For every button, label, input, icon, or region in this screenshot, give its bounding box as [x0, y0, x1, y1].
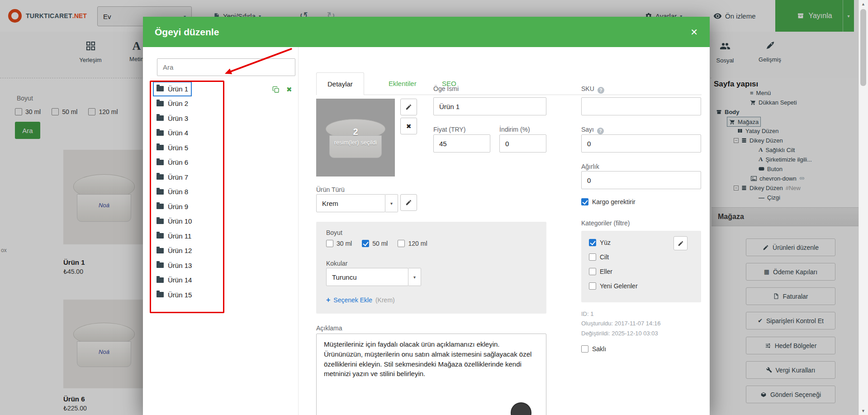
- checkbox[interactable]: [581, 345, 588, 353]
- scrollbar-thumb[interactable]: [860, 9, 866, 86]
- jar-body: [329, 135, 382, 158]
- delete-item-icon[interactable]: ✖: [286, 86, 292, 94]
- plus-icon: +: [326, 296, 330, 304]
- category-option[interactable]: Cilt: [589, 253, 609, 261]
- categories-label: Kategoriler (filtre): [581, 219, 630, 227]
- checkbox-label: 30 ml: [337, 240, 352, 247]
- stock-input[interactable]: [581, 134, 701, 153]
- modified-text: Değiştirildi: 2025-12-10 03:03: [581, 330, 658, 337]
- tab-divider: [316, 95, 702, 95]
- checkbox-label: 50 ml: [372, 240, 388, 247]
- pencil-icon: [678, 240, 684, 247]
- checkbox[interactable]: [398, 240, 405, 247]
- checkbox[interactable]: [326, 240, 333, 247]
- hidden-option[interactable]: Saklı: [581, 345, 606, 353]
- sku-input[interactable]: [581, 97, 701, 115]
- sku-label: SKU: [581, 85, 594, 92]
- add-option-link[interactable]: + Seçenek Ekle (Krem): [326, 296, 395, 304]
- scroll-down-arrow[interactable]: ▼: [859, 407, 868, 415]
- remove-images-button[interactable]: ✖: [400, 118, 417, 134]
- edit-product-type-button[interactable]: [400, 194, 417, 211]
- shipping-required-option[interactable]: Kargo gerektirir: [581, 198, 636, 205]
- item-name-label: Öge İsmi: [433, 85, 459, 92]
- checkbox-label: Cilt: [600, 253, 609, 261]
- tab-bar: Detaylar Eklentiler SEO: [316, 72, 702, 95]
- add-option-label: Seçenek Ekle: [333, 296, 372, 304]
- price-input[interactable]: [433, 134, 490, 153]
- chevron-down-icon: ▾: [390, 201, 393, 206]
- product-type-label: Ürün Türü: [316, 186, 345, 193]
- item-id-text: ID: 1: [581, 310, 593, 317]
- checkbox-label: Eller: [600, 268, 612, 275]
- description-label: Açıklama: [316, 324, 342, 332]
- modal-header: Ögeyi düzenle ✕: [143, 17, 710, 47]
- checkbox-label: Saklı: [592, 345, 606, 353]
- edit-categories-button[interactable]: [674, 236, 688, 250]
- duplicate-button[interactable]: [272, 86, 280, 95]
- help-icon[interactable]: ?: [597, 128, 604, 134]
- app-screen: TURKTICARET.NET Ev ▾ Yeni/Sıfırla ▾ ↺ ↻ …: [0, 0, 868, 415]
- checkbox-label: Yüz: [600, 239, 611, 246]
- created-text: Oluşturuldu: 2017-11-07 14:16: [581, 320, 660, 327]
- scent-label: Kokular: [326, 260, 347, 267]
- sku-label-row: SKU?: [581, 85, 604, 94]
- annotation-rectangle: [150, 81, 224, 313]
- weight-input[interactable]: [581, 171, 701, 189]
- checkbox[interactable]: [362, 240, 369, 247]
- tab-label: Eklentiler: [389, 80, 417, 87]
- tab-label: Detaylar: [327, 80, 353, 88]
- checkbox[interactable]: [589, 253, 596, 261]
- checkbox-label: Kargo gerektirir: [592, 198, 636, 205]
- scent-value: Turuncu: [332, 273, 356, 281]
- modal-content: Detaylar Eklentiler SEO Resimler 2 resim…: [298, 47, 710, 415]
- pencil-icon: [405, 199, 412, 206]
- size-option[interactable]: 120 ml: [398, 240, 427, 247]
- product-type-value: Krem: [322, 200, 338, 207]
- stock-label-row: Sayı?: [581, 126, 604, 134]
- tab-details[interactable]: Detaylar: [316, 72, 364, 95]
- add-option-suffix: (Krem): [375, 296, 395, 304]
- images-count: 2: [316, 127, 395, 137]
- size-option[interactable]: 50 ml: [362, 240, 388, 247]
- modal-title: Ögeyi düzenle: [155, 27, 219, 38]
- price-label: Fiyat (TRY): [433, 126, 465, 133]
- close-icon[interactable]: ✕: [690, 27, 698, 38]
- pencil-icon: [405, 104, 412, 110]
- cream-jar-graphic: [326, 119, 385, 158]
- annotation-arrow: [217, 43, 303, 81]
- checkbox-label: Yeni Gelenler: [600, 282, 638, 290]
- chevron-down-icon: ▾: [413, 275, 416, 280]
- checkbox-label: 120 ml: [408, 240, 427, 247]
- discount-input[interactable]: [499, 134, 546, 153]
- size-label: Boyut: [326, 229, 342, 236]
- copy-icon: [272, 86, 280, 93]
- categories-panel: Yüz Cilt Eller Yeni Gelenler: [581, 231, 701, 302]
- category-option[interactable]: Eller: [589, 268, 612, 275]
- size-option[interactable]: 30 ml: [326, 240, 352, 247]
- variants-panel: Boyut 30 ml 50 ml 120 ml Kokular Turuncu…: [316, 222, 546, 314]
- vertical-scrollbar[interactable]: ▲ ▼: [859, 0, 868, 415]
- checkbox[interactable]: [589, 282, 596, 290]
- help-icon[interactable]: ?: [598, 87, 604, 94]
- weight-label: Ağırlık: [581, 163, 599, 170]
- checkbox[interactable]: [581, 198, 588, 205]
- scroll-up-arrow[interactable]: ▲: [859, 0, 868, 8]
- stock-label: Sayı: [581, 126, 594, 133]
- discount-label: İndirim (%): [499, 126, 530, 133]
- images-selected-text: resim(ler) seçildi: [316, 139, 395, 146]
- scent-select[interactable]: Turuncu: [326, 268, 408, 286]
- x-icon: ✖: [406, 123, 412, 130]
- description-textarea[interactable]: Müşterileriniz için faydalı olacak ürün …: [316, 334, 546, 415]
- scent-dropdown-arrow[interactable]: ▾: [408, 268, 421, 286]
- product-type-select[interactable]: Krem: [316, 194, 385, 212]
- product-type-dropdown-arrow[interactable]: ▾: [385, 194, 398, 212]
- checkbox[interactable]: [589, 239, 596, 246]
- tab-addons[interactable]: Eklentiler: [389, 72, 417, 95]
- category-option[interactable]: Yüz: [589, 239, 611, 246]
- item-name-input[interactable]: [433, 97, 546, 115]
- image-thumbnail[interactable]: 2 resim(ler) seçildi: [316, 99, 395, 176]
- edit-images-button[interactable]: [400, 99, 417, 115]
- checkbox[interactable]: [589, 268, 596, 275]
- category-option[interactable]: Yeni Gelenler: [589, 282, 638, 290]
- size-options: 30 ml 50 ml 120 ml: [326, 240, 427, 247]
